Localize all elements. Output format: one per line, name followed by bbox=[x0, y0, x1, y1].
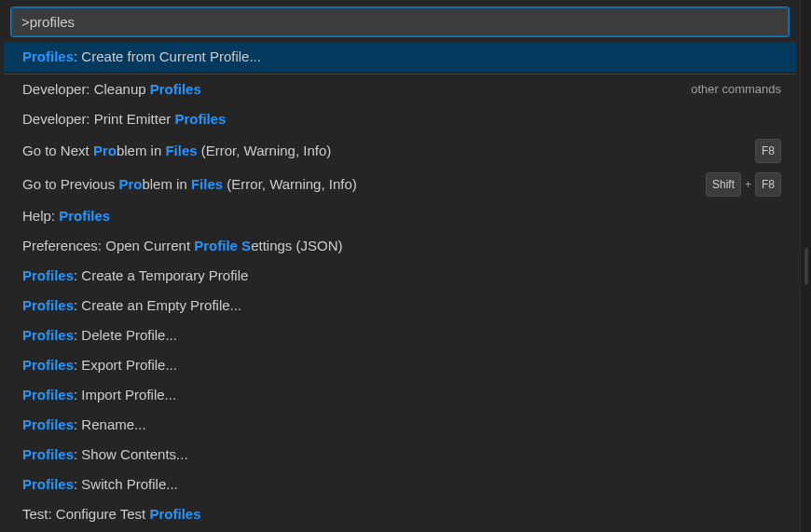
command-palette: Profiles: Create from Current Profile...… bbox=[0, 0, 800, 532]
command-item[interactable]: Profiles: Show Contents... bbox=[4, 440, 796, 470]
command-item[interactable]: Profiles: Switch Profile... bbox=[4, 470, 796, 499]
command-right: F8 bbox=[755, 139, 781, 163]
command-label: Profiles: Show Contents... bbox=[22, 444, 781, 465]
category-label: other commands bbox=[691, 79, 781, 100]
command-item[interactable]: Go to Previous Problem in Files (Error, … bbox=[4, 168, 796, 201]
command-label: Help: Profiles bbox=[22, 206, 781, 226]
key: F8 bbox=[755, 139, 781, 163]
keybinding: F8 bbox=[755, 139, 781, 163]
command-item[interactable]: Profiles: Create from Current Profile... bbox=[4, 42, 796, 72]
command-list: Profiles: Create from Current Profile...… bbox=[4, 42, 796, 529]
command-right: Shift+F8 bbox=[706, 172, 781, 197]
command-item[interactable]: Developer: Print Emitter Profiles bbox=[4, 104, 796, 134]
command-label: Developer: Cleanup Profiles bbox=[22, 79, 691, 100]
key: F8 bbox=[755, 172, 781, 197]
search-input-wrap bbox=[4, 7, 796, 42]
command-label: Go to Previous Problem in Files (Error, … bbox=[22, 174, 706, 195]
command-label: Test: Configure Test Profiles bbox=[22, 504, 781, 525]
command-label: Profiles: Switch Profile... bbox=[22, 474, 781, 495]
command-item[interactable]: Preferences: Open Current Profile Settin… bbox=[4, 231, 796, 261]
command-label: Profiles: Export Profile... bbox=[22, 355, 781, 375]
command-item[interactable]: Profiles: Rename... bbox=[4, 410, 796, 440]
command-item[interactable]: Profiles: Delete Profile... bbox=[4, 321, 796, 350]
command-label: Go to Next Problem in Files (Error, Warn… bbox=[22, 141, 755, 161]
command-item[interactable]: Profiles: Import Profile... bbox=[4, 380, 796, 410]
key: Shift bbox=[706, 172, 741, 197]
command-item[interactable]: Test: Configure Test Profiles bbox=[4, 499, 796, 529]
command-right: other commands bbox=[691, 79, 781, 100]
command-search-input[interactable] bbox=[11, 7, 789, 36]
command-item[interactable]: Profiles: Export Profile... bbox=[4, 350, 796, 380]
command-item[interactable]: Profiles: Create a Temporary Profile bbox=[4, 261, 796, 291]
command-item[interactable]: Go to Next Problem in Files (Error, Warn… bbox=[4, 134, 796, 168]
command-label: Profiles: Create an Empty Profile... bbox=[22, 295, 781, 316]
command-label: Profiles: Rename... bbox=[22, 415, 781, 435]
command-label: Profiles: Import Profile... bbox=[22, 385, 781, 405]
command-item[interactable]: Profiles: Create an Empty Profile... bbox=[4, 291, 796, 321]
command-label: Developer: Print Emitter Profiles bbox=[22, 109, 781, 130]
command-label: Profiles: Delete Profile... bbox=[22, 325, 781, 346]
command-item[interactable]: Developer: Cleanup Profilesother command… bbox=[4, 75, 796, 104]
keybinding: Shift+F8 bbox=[706, 172, 781, 197]
command-label: Profiles: Create a Temporary Profile bbox=[22, 266, 781, 286]
minimap-edge bbox=[800, 0, 811, 532]
command-label: Preferences: Open Current Profile Settin… bbox=[22, 236, 781, 256]
command-label: Profiles: Create from Current Profile... bbox=[22, 47, 781, 67]
command-item[interactable]: Help: Profiles bbox=[4, 201, 796, 231]
